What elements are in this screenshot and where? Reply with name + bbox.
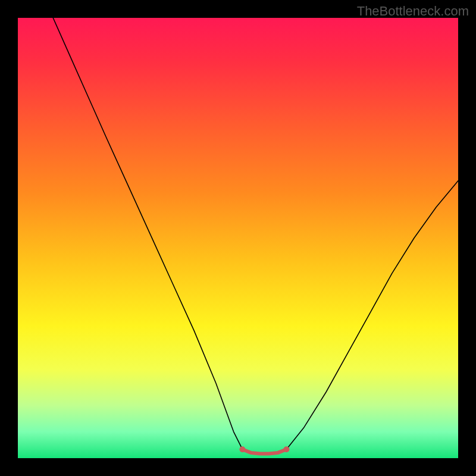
series-left-curve bbox=[53, 18, 242, 449]
watermark-text: TheBottleneck.com bbox=[357, 4, 469, 19]
chart-frame bbox=[18, 18, 458, 458]
marker-0 bbox=[239, 446, 245, 452]
series-right-curve bbox=[286, 181, 458, 449]
series-bottom-flat bbox=[242, 449, 286, 453]
chart-curves bbox=[18, 18, 458, 458]
marker-1 bbox=[283, 446, 289, 452]
